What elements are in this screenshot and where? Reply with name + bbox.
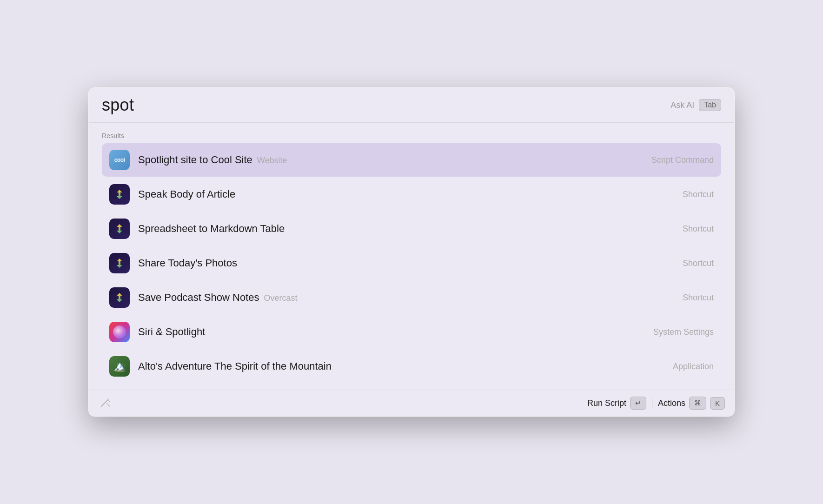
- actions-label[interactable]: Actions: [658, 398, 685, 408]
- result-type: Application: [673, 362, 714, 371]
- search-actions: Ask AI Tab: [670, 99, 721, 111]
- mic-icon: [98, 396, 113, 411]
- result-item[interactable]: Spreadsheet to Markdown Table Shortcut: [102, 212, 721, 245]
- result-type: System Settings: [653, 327, 714, 337]
- result-item[interactable]: Speak Body of Article Shortcut: [102, 178, 721, 211]
- spotlight-window: spot Ask AI Tab Results cool Spotlight s…: [88, 87, 735, 417]
- footer-bar: Run Script ↵ Actions ⌘ K: [89, 390, 734, 416]
- result-type: Shortcut: [683, 190, 714, 199]
- result-icon: cool: [109, 150, 130, 170]
- enter-key-badge[interactable]: ↵: [630, 397, 646, 410]
- svg-line-4: [108, 400, 110, 402]
- result-icon: 🏔️: [109, 356, 130, 377]
- footer-left: [98, 396, 113, 411]
- result-name: Siri & Spotlight: [138, 326, 205, 338]
- result-name: Save Podcast Show Notes: [138, 292, 259, 304]
- result-name: Speak Body of Article: [138, 188, 235, 200]
- results-section: Results cool Spotlight site to Cool Site…: [89, 123, 734, 390]
- run-script-label: Run Script: [587, 398, 626, 408]
- result-item[interactable]: 🏔️ Alto's Adventure The Spirit of the Mo…: [102, 350, 721, 383]
- result-icon: [109, 219, 130, 239]
- result-text: Spreadsheet to Markdown Table: [138, 223, 683, 235]
- result-icon: [109, 184, 130, 205]
- result-icon: [109, 287, 130, 308]
- result-subtitle: Website: [257, 156, 287, 166]
- result-name: Alto's Adventure The Spirit of the Mount…: [138, 360, 332, 372]
- result-text: Save Podcast Show Notes Overcast: [138, 292, 683, 304]
- result-item[interactable]: Siri & Spotlight System Settings: [102, 315, 721, 349]
- ask-ai-label[interactable]: Ask AI: [670, 100, 694, 110]
- result-type: Shortcut: [683, 293, 714, 303]
- result-icon: [109, 322, 130, 342]
- result-text: Spotlight site to Cool Site Website: [138, 154, 651, 166]
- result-text: Share Today's Photos: [138, 257, 683, 269]
- result-item[interactable]: cool Spotlight site to Cool Site Website…: [102, 143, 721, 177]
- result-name: Spreadsheet to Markdown Table: [138, 223, 285, 235]
- cmd-key-badge[interactable]: ⌘: [689, 397, 706, 410]
- result-text: Speak Body of Article: [138, 188, 683, 200]
- result-item[interactable]: Save Podcast Show Notes Overcast Shortcu…: [102, 281, 721, 314]
- svg-line-5: [107, 404, 110, 406]
- result-subtitle: Overcast: [264, 293, 297, 303]
- search-bar: spot Ask AI Tab: [89, 88, 734, 123]
- result-text: Alto's Adventure The Spirit of the Mount…: [138, 360, 673, 372]
- footer-divider: [652, 398, 652, 408]
- search-query[interactable]: spot: [102, 95, 670, 115]
- results-label: Results: [102, 132, 721, 139]
- result-name: Spotlight site to Cool Site: [138, 154, 252, 166]
- result-icon: [109, 253, 130, 273]
- result-text: Siri & Spotlight: [138, 326, 653, 338]
- result-name: Share Today's Photos: [138, 257, 237, 269]
- results-list: cool Spotlight site to Cool Site Website…: [102, 143, 721, 383]
- result-type: Shortcut: [683, 224, 714, 234]
- tab-badge[interactable]: Tab: [699, 99, 721, 111]
- result-type: Script Command: [651, 155, 714, 165]
- result-type: Shortcut: [683, 259, 714, 268]
- result-item[interactable]: Share Today's Photos Shortcut: [102, 246, 721, 280]
- k-key-badge[interactable]: K: [710, 397, 725, 410]
